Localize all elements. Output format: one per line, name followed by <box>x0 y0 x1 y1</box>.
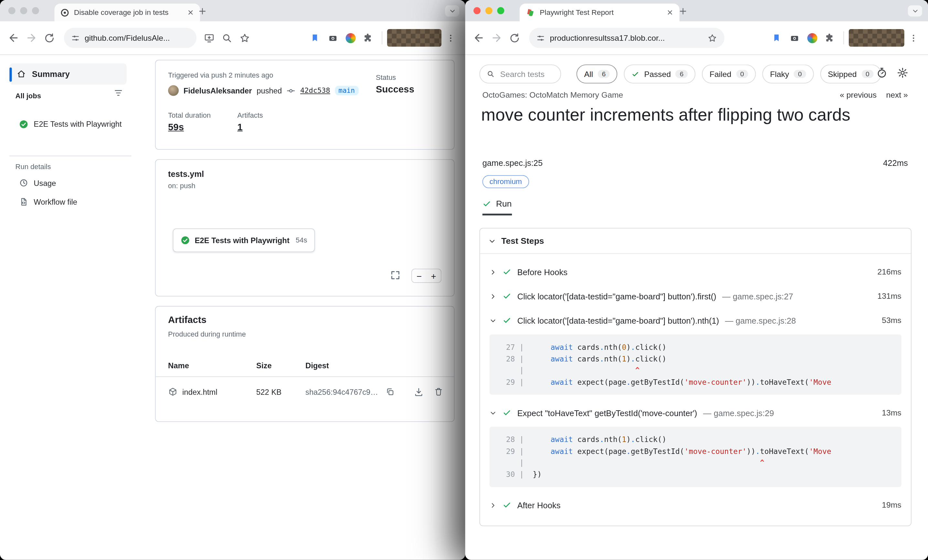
filter-skipped-chip[interactable]: Skipped 0 <box>820 65 881 84</box>
step-click-first[interactable]: Click locator('[data-testid="game-board"… <box>480 284 911 308</box>
filter-icon[interactable] <box>113 88 123 99</box>
stopwatch-icon[interactable] <box>876 67 888 79</box>
filter-failed-chip[interactable]: Failed 0 <box>702 65 756 84</box>
bookmark-star-icon[interactable] <box>235 29 253 47</box>
step-after-hooks[interactable]: After Hooks 19ms <box>480 493 911 517</box>
search-input[interactable] <box>499 69 556 79</box>
filter-passed-chip[interactable]: Passed 6 <box>624 65 695 84</box>
tab-search-chevron-button[interactable] <box>445 5 459 17</box>
search-box[interactable] <box>479 65 561 84</box>
reload-button[interactable] <box>505 29 523 47</box>
copy-icon[interactable] <box>385 387 395 397</box>
sidebar-job-e2e-tests[interactable]: E2E Tests with Playwright <box>19 119 125 130</box>
artifact-name[interactable]: index.html <box>182 388 217 397</box>
branch-badge[interactable]: main <box>335 86 359 95</box>
back-button[interactable] <box>5 29 23 47</box>
browser-tab[interactable]: Playwright Test Report <box>520 3 679 21</box>
browser-tab[interactable]: Disable coverage job in tests <box>54 3 200 21</box>
chevron-down-icon[interactable] <box>490 409 497 417</box>
zoom-in-button[interactable]: + <box>426 269 442 283</box>
zoom-icon[interactable] <box>218 29 236 47</box>
actor-name[interactable]: FidelusAleksander <box>183 86 252 95</box>
extensions-puzzle-icon[interactable] <box>359 29 377 47</box>
tab-close-icon[interactable] <box>666 9 673 16</box>
step-before-hooks[interactable]: Before Hooks 216ms <box>480 260 911 284</box>
extension-bookmark-icon[interactable] <box>306 29 324 47</box>
home-icon <box>17 69 26 79</box>
workflow-job-node[interactable]: E2E Tests with Playwright 54s <box>172 229 314 252</box>
address-bar[interactable]: github.com/FidelusAle... <box>64 28 197 48</box>
extension-color-icon[interactable] <box>342 29 359 47</box>
forward-button[interactable] <box>23 29 40 47</box>
check-icon <box>502 267 511 276</box>
address-bar[interactable]: productionresultssa17.blob.cor... <box>529 28 724 48</box>
trash-icon[interactable] <box>434 387 443 397</box>
artifacts-count-link[interactable]: 1 <box>237 122 243 133</box>
tab-search-chevron-button[interactable] <box>908 5 922 17</box>
zoom-window-button[interactable] <box>497 7 504 14</box>
bookmark-star-icon[interactable] <box>707 33 717 43</box>
chevron-right-icon[interactable] <box>490 502 497 508</box>
extension-color-icon[interactable] <box>803 29 821 47</box>
browser-window-playwright: Playwright Test Report <box>465 0 928 560</box>
tab-run[interactable]: Run <box>482 199 512 215</box>
reload-button[interactable] <box>40 29 58 47</box>
test-location[interactable]: game.spec.js:25 <box>482 158 543 168</box>
duration-value-link[interactable]: 59s <box>168 122 184 133</box>
browser-toolbar: github.com/FidelusAle... <box>0 21 465 55</box>
site-settings-icon[interactable] <box>536 33 545 42</box>
profile-avatar[interactable] <box>849 29 904 47</box>
next-link[interactable]: next » <box>886 90 908 99</box>
artifact-size: 522 KB <box>256 388 282 397</box>
download-icon[interactable] <box>414 387 424 397</box>
check-icon <box>632 70 640 78</box>
duration-label: Total duration <box>168 111 211 120</box>
commit-sha-link[interactable]: 42dc538 <box>300 86 330 95</box>
back-button[interactable] <box>470 29 488 47</box>
extension-bookmark-icon[interactable] <box>768 29 785 47</box>
send-to-device-icon[interactable] <box>200 29 218 47</box>
suite-breadcrumb[interactable]: OctoGames: OctoMatch Memory Game <box>482 90 623 99</box>
sidebar-item-usage[interactable]: Usage <box>19 178 56 188</box>
close-window-button[interactable] <box>8 7 15 14</box>
chevron-right-icon[interactable] <box>490 293 497 300</box>
actor-avatar[interactable] <box>168 85 179 96</box>
zoom-window-button[interactable] <box>32 7 39 14</box>
test-duration: 422ms <box>883 158 908 168</box>
all-jobs-label: All jobs <box>15 92 41 100</box>
step-expect-tohavetext[interactable]: Expect "toHaveText" getByTestId('move-co… <box>480 401 911 425</box>
browser-menu-kebab-icon[interactable] <box>441 29 459 47</box>
chevron-down-icon[interactable] <box>490 317 497 324</box>
test-steps-header[interactable]: Test Steps <box>480 229 911 254</box>
step-click-nth1[interactable]: Click locator('[data-testid="game-board"… <box>480 308 911 333</box>
extension-camera-icon[interactable] <box>785 29 803 47</box>
workflow-trigger: on: push <box>168 182 195 190</box>
forward-button[interactable] <box>488 29 505 47</box>
extensions-puzzle-icon[interactable] <box>821 29 839 47</box>
code-snippet: 27 | await cards.nth(0).click() 28 | awa… <box>490 334 902 395</box>
profile-avatar[interactable] <box>387 29 441 47</box>
sidebar-item-summary[interactable]: Summary <box>9 63 127 85</box>
chevron-right-icon[interactable] <box>490 269 497 275</box>
extension-camera-icon[interactable] <box>324 29 342 47</box>
filter-all-chip[interactable]: All 6 <box>577 65 618 84</box>
settings-gear-icon[interactable] <box>897 67 908 79</box>
new-tab-button[interactable] <box>676 5 690 18</box>
sidebar-item-workflow-file[interactable]: Workflow file <box>19 197 77 207</box>
close-window-button[interactable] <box>473 7 481 14</box>
browser-menu-kebab-icon[interactable] <box>904 29 922 47</box>
project-badge-chromium[interactable]: chromium <box>482 175 529 188</box>
minimize-window-button[interactable] <box>20 7 27 14</box>
previous-link[interactable]: « previous <box>840 90 876 99</box>
chip-count: 0 <box>736 70 748 78</box>
filter-flaky-chip[interactable]: Flaky 0 <box>762 65 814 84</box>
traffic-lights <box>473 7 504 14</box>
new-tab-button[interactable] <box>195 5 209 18</box>
minimize-window-button[interactable] <box>485 7 493 14</box>
site-settings-icon[interactable] <box>71 33 80 42</box>
zoom-out-button[interactable]: − <box>411 269 427 283</box>
tab-close-icon[interactable] <box>187 9 194 16</box>
artifacts-label: Artifacts <box>237 111 263 120</box>
fullscreen-icon[interactable] <box>390 270 401 282</box>
step-duration: 53ms <box>882 316 901 325</box>
